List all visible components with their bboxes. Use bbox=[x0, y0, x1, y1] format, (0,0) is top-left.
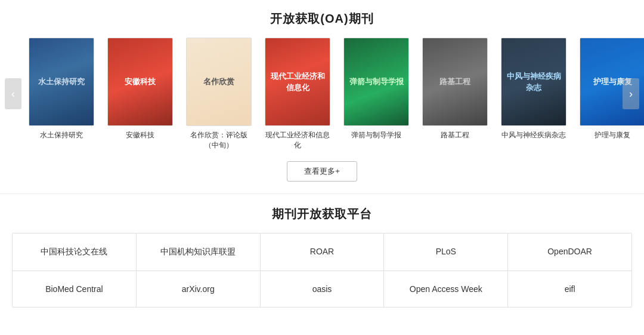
journal-title: 水土保持研究 bbox=[29, 130, 94, 140]
see-more-button[interactable]: 查看更多+ bbox=[287, 161, 357, 182]
journal-cover: 安徽科技 bbox=[107, 38, 173, 126]
journal-title: 中风与神经疾病杂志 bbox=[501, 130, 566, 140]
carousel-next-btn[interactable]: › bbox=[623, 78, 639, 109]
journal-cover: 路基工程 bbox=[422, 38, 488, 126]
platform-cell-p8[interactable]: oasis bbox=[261, 271, 385, 307]
journal-title: 名作欣赏：评论版（中旬） bbox=[186, 130, 252, 150]
journal-item[interactable]: 安徽科技安徽科技 bbox=[105, 38, 175, 150]
carousel-wrapper: ‹ 水土保持研究水土保持研究安徽科技安徽科技名作欣赏名作欣赏：评论版（中旬）现代… bbox=[0, 38, 644, 150]
journal-item[interactable]: 路基工程路基工程 bbox=[420, 38, 490, 150]
platform-cell-p10[interactable]: eifl bbox=[508, 271, 631, 307]
journal-title: 现代工业经济和信息化 bbox=[265, 130, 330, 150]
platform-row: BioMed CentralarXiv.orgoasisOpen Access … bbox=[13, 271, 631, 307]
oa-journals-section: 开放获取(OA)期刊 ‹ 水土保持研究水土保持研究安徽科技安徽科技名作欣赏名作欣… bbox=[0, 0, 644, 194]
journal-cover: 名作欣赏 bbox=[186, 38, 252, 126]
journal-item[interactable]: 水土保持研究水土保持研究 bbox=[26, 38, 97, 150]
platform-cell-p3[interactable]: ROAR bbox=[261, 233, 385, 271]
platform-section-title: 期刊开放获取平台 bbox=[0, 206, 644, 222]
journal-item[interactable]: 中风与神经疾病杂志中风与神经疾病杂志 bbox=[499, 38, 569, 150]
journal-title: 安徽科技 bbox=[107, 130, 173, 140]
platform-row: 中国科技论文在线中国机构知识库联盟ROARPLoSOpenDOAR bbox=[13, 233, 631, 271]
carousel-prev-btn[interactable]: ‹ bbox=[5, 78, 21, 109]
platform-section: 期刊开放获取平台 中国科技论文在线中国机构知识库联盟ROARPLoSOpenDO… bbox=[0, 194, 644, 314]
journal-item[interactable]: 弹箭与制导学报弹箭与制导学报 bbox=[341, 38, 411, 150]
platform-cell-p9[interactable]: Open Access Week bbox=[384, 271, 508, 307]
platform-cell-p6[interactable]: BioMed Central bbox=[13, 271, 137, 307]
journals-list: 水土保持研究水土保持研究安徽科技安徽科技名作欣赏名作欣赏：评论版（中旬）现代工业… bbox=[26, 38, 644, 150]
platform-cell-p2[interactable]: 中国机构知识库联盟 bbox=[137, 233, 261, 271]
journal-cover: 水土保持研究 bbox=[29, 38, 94, 126]
platform-cell-p4[interactable]: PLoS bbox=[384, 233, 508, 271]
journal-title: 护理与康复 bbox=[580, 130, 644, 140]
journal-cover: 现代工业经济和信息化 bbox=[265, 38, 330, 126]
platform-cell-p1[interactable]: 中国科技论文在线 bbox=[13, 233, 137, 271]
platform-grid: 中国科技论文在线中国机构知识库联盟ROARPLoSOpenDOARBioMed … bbox=[12, 233, 632, 308]
oa-journals-title: 开放获取(OA)期刊 bbox=[0, 11, 644, 27]
platform-cell-p5[interactable]: OpenDOAR bbox=[508, 233, 631, 271]
journal-cover: 中风与神经疾病杂志 bbox=[501, 38, 566, 126]
journal-cover: 弹箭与制导学报 bbox=[343, 38, 409, 126]
journal-item[interactable]: 名作欣赏名作欣赏：评论版（中旬） bbox=[184, 38, 254, 150]
journal-title: 路基工程 bbox=[422, 130, 488, 140]
journal-title: 弹箭与制导学报 bbox=[343, 130, 409, 140]
see-more-wrapper: 查看更多+ bbox=[0, 161, 644, 182]
platform-cell-p7[interactable]: arXiv.org bbox=[137, 271, 261, 307]
journal-item[interactable]: 现代工业经济和信息化现代工业经济和信息化 bbox=[262, 38, 333, 150]
